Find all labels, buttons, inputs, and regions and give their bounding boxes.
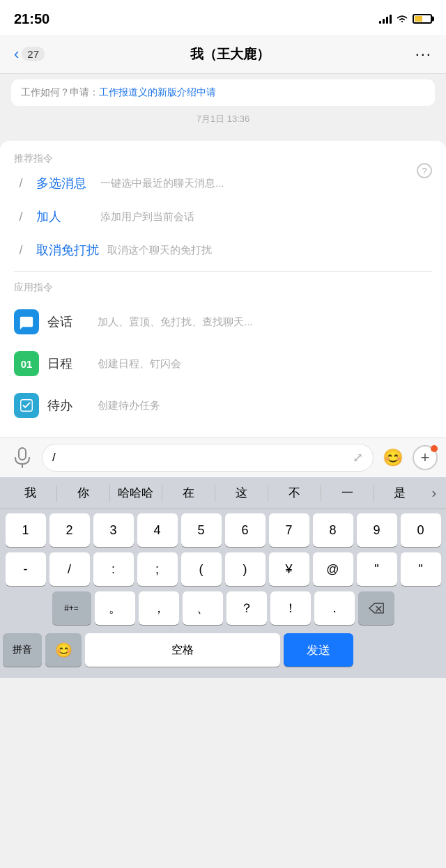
back-badge: 27 [22,47,45,61]
key-yen[interactable]: ¥ [269,552,309,586]
suggestion-0[interactable]: 我 [4,483,56,502]
message-preview: 工作如何？申请：工作报道义的新版介绍中请 [11,79,435,106]
wifi-icon [396,14,408,24]
app-name: 待办 [47,397,89,414]
slash-icon: / [14,243,28,258]
input-bar: / ⤢ 😊 + [0,437,446,477]
send-key[interactable]: 发送 [284,633,353,667]
command-name: 多选消息 [36,175,92,192]
key-5[interactable]: 5 [181,513,222,547]
command-panel: 推荐指令 ? / 多选消息 一键选中最近的聊天消息... / 加人 添加用户到当… [0,141,446,437]
key-period[interactable]: 。 [95,591,135,625]
command-adduser[interactable]: / 加人 添加用户到当前会话 [0,200,446,233]
svg-rect-1 [19,448,26,460]
key-lparen[interactable]: ( [181,552,222,586]
key-rquote[interactable]: " [401,552,441,586]
key-lquote[interactable]: " [357,552,397,586]
notification-dot [431,445,438,452]
key-exclaim[interactable]: ！ [270,591,311,625]
key-8[interactable]: 8 [313,513,353,547]
suggestion-1[interactable]: 你 [57,483,109,502]
status-bar: 21:50 [0,0,446,35]
add-button[interactable]: + [413,445,438,470]
message-link[interactable]: 工作报道义的新版介绍中请 [99,86,216,98]
section-divider [14,271,432,272]
app-desc: 创建待办任务 [98,399,160,412]
key-colon[interactable]: : [93,552,134,586]
mic-button[interactable] [8,444,36,472]
status-time: 21:50 [14,11,49,27]
suggestion-4[interactable]: 这 [215,483,268,502]
key-rparen[interactable]: ) [225,552,266,586]
space-key[interactable]: 空格 [85,633,280,667]
key-7[interactable]: 7 [269,513,309,547]
back-chevron-icon: ‹ [14,47,19,62]
nav-bar: ‹ 27 我（王大鹿） ··· [0,35,446,74]
key-comma[interactable]: ， [139,591,179,625]
app-icon-todo [14,393,39,418]
status-icons [379,14,432,24]
suggestion-5[interactable]: 不 [268,483,321,502]
app-name: 会话 [47,313,89,330]
symbol-row: - / : ; ( ) ¥ @ " " [3,552,443,586]
slash-icon: / [14,176,28,191]
app-desc: 加人、置顶、免打扰、查找聊天... [98,316,253,329]
key-at[interactable]: @ [313,552,353,586]
key-semicolon[interactable]: ; [137,552,178,586]
emoji-icon: 😊 [383,448,403,467]
app-section-title: 应用指令 [0,276,446,301]
key-9[interactable]: 9 [357,513,397,547]
command-desc: 添加用户到当前会话 [100,210,194,224]
command-dnd[interactable]: / 取消免打扰 取消这个聊天的免打扰 [0,233,446,267]
command-name: 取消免打扰 [36,242,99,258]
battery-icon [413,14,432,24]
page-title: 我（王大鹿） [190,45,270,63]
app-desc: 创建日程、钉闪会 [98,357,181,371]
app-name: 日程 [47,355,89,372]
suggestion-3[interactable]: 在 [162,483,215,502]
app-conversation[interactable]: 会话 加人、置顶、免打扰、查找聊天... [0,301,446,343]
command-name: 加人 [36,208,92,225]
keyboard-rows: 1 2 3 4 5 6 7 8 9 0 - / : ; ( ) ¥ @ " " … [0,509,446,625]
suggestion-2[interactable]: 哈哈哈 [110,483,162,502]
suggestions-expand[interactable]: › [426,485,442,501]
emoji-keyboard-key[interactable]: 😊 [45,633,82,667]
key-0[interactable]: 0 [401,513,441,547]
suggestion-7[interactable]: 是 [374,483,426,502]
command-panel-header: 推荐指令 ? [0,152,446,166]
key-4[interactable]: 4 [137,513,178,547]
numsym-key[interactable]: #+= [52,591,91,625]
key-question[interactable]: ？ [226,591,267,625]
keyboard: 我 你 哈哈哈 在 这 不 一 是 › 1 2 3 4 5 6 7 8 9 0 [0,477,446,678]
backspace-key[interactable] [358,591,394,625]
key-3[interactable]: 3 [93,513,134,547]
suggestion-6[interactable]: 一 [321,483,374,502]
command-multiselect[interactable]: / 多选消息 一键选中最近的聊天消息... [0,166,446,200]
misc-row: #+= 。 ， 、 ？ ！ ． [3,591,443,625]
pinyin-key[interactable]: 拼音 [3,633,42,667]
app-todo[interactable]: 待办 创建待办任务 [0,385,446,426]
key-1[interactable]: 1 [6,513,46,547]
expand-icon[interactable]: ⤢ [353,450,363,465]
key-pause[interactable]: 、 [183,591,223,625]
key-dash[interactable]: - [6,552,46,586]
key-2[interactable]: 2 [49,513,90,547]
more-button[interactable]: ··· [415,45,432,63]
message-input[interactable]: / ⤢ [42,444,374,472]
message-text: 工作如何？申请：工作报道义的新版介绍中请 [21,86,216,98]
key-slash[interactable]: / [49,552,90,586]
slash-icon: / [14,210,28,224]
signal-icon [379,14,392,24]
app-icon-schedule: 01 [14,351,39,376]
emoji-button[interactable]: 😊 [379,444,407,472]
help-icon[interactable]: ? [417,163,432,178]
app-schedule[interactable]: 01 日程 创建日程、钉闪会 [0,343,446,385]
key-dot[interactable]: ． [314,591,355,625]
back-button[interactable]: ‹ 27 [14,47,45,62]
number-row: 1 2 3 4 5 6 7 8 9 0 [3,513,443,547]
input-text: / [52,451,56,465]
key-6[interactable]: 6 [225,513,266,547]
suggestions-bar: 我 你 哈哈哈 在 这 不 一 是 › [0,477,446,509]
plus-icon: + [421,449,430,467]
recommended-section-title: 推荐指令 [0,153,67,171]
